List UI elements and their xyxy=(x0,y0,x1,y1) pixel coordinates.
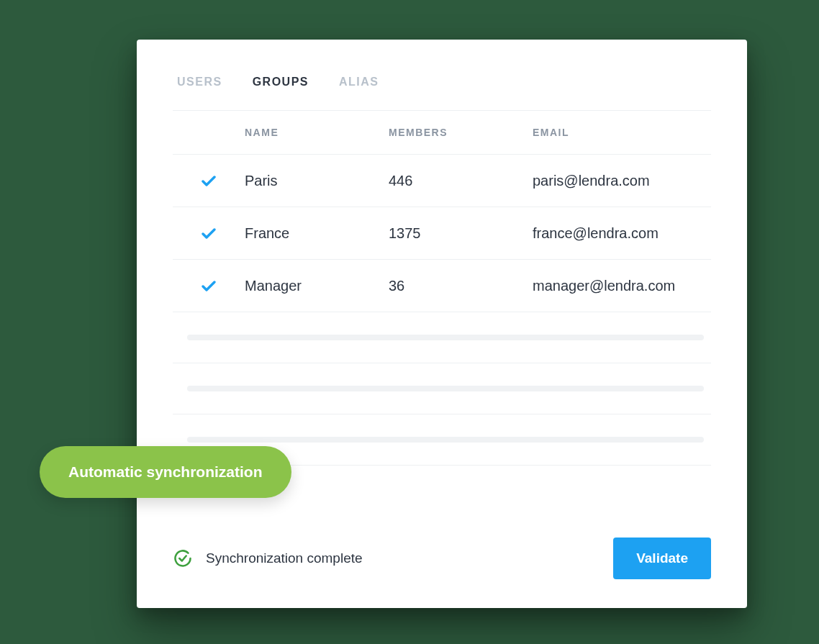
cell-name: Paris xyxy=(245,173,389,189)
cell-email: manager@lendra.com xyxy=(533,278,711,294)
groups-table: NAME MEMBERS EMAIL Paris 446 paris@lendr… xyxy=(173,110,711,466)
tab-alias[interactable]: ALIAS xyxy=(339,76,379,89)
placeholder-row xyxy=(173,363,711,414)
check-icon xyxy=(200,225,217,242)
table-row[interactable]: Paris 446 paris@lendra.com xyxy=(173,155,711,207)
groups-card: USERS GROUPS ALIAS NAME MEMBERS EMAIL Pa… xyxy=(137,40,747,608)
header-members: MEMBERS xyxy=(389,127,533,138)
table-row[interactable]: France 1375 france@lendra.com xyxy=(173,207,711,260)
tab-users[interactable]: USERS xyxy=(177,76,222,89)
table-row[interactable]: Manager 36 manager@lendra.com xyxy=(173,260,711,312)
placeholder-row xyxy=(173,312,711,363)
cell-name: Manager xyxy=(245,278,389,294)
cell-members: 36 xyxy=(389,278,533,294)
check-circle-icon xyxy=(173,548,193,568)
table-header: NAME MEMBERS EMAIL xyxy=(173,110,711,155)
tabs: USERS GROUPS ALIAS xyxy=(173,76,711,110)
check-icon xyxy=(200,277,217,294)
status-text: Synchronization complete xyxy=(206,550,363,566)
validate-button[interactable]: Validate xyxy=(613,538,711,579)
sync-status: Synchronization complete xyxy=(173,548,363,568)
placeholder-bar xyxy=(187,437,704,443)
tab-groups[interactable]: GROUPS xyxy=(253,76,309,89)
placeholder-bar xyxy=(187,335,704,340)
cell-email: france@lendra.com xyxy=(533,225,711,242)
cell-members: 446 xyxy=(389,173,533,189)
cell-name: France xyxy=(245,225,389,242)
cell-email: paris@lendra.com xyxy=(533,173,711,189)
cell-members: 1375 xyxy=(389,225,533,242)
placeholder-bar xyxy=(187,386,704,391)
check-icon xyxy=(200,172,217,189)
card-footer: Synchronization complete Validate xyxy=(173,538,711,579)
auto-sync-pill: Automatic synchronization xyxy=(40,446,291,498)
header-email: EMAIL xyxy=(533,127,711,138)
header-name: NAME xyxy=(245,127,389,138)
